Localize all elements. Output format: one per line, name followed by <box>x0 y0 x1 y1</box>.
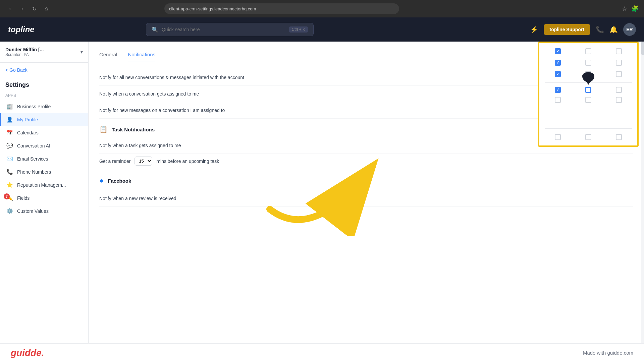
cb-5-1[interactable] <box>545 97 571 103</box>
go-back-link[interactable]: < Go Back <box>0 63 88 77</box>
spacer <box>545 106 632 126</box>
checkbox-unchecked[interactable] <box>616 87 622 93</box>
checkbox-unchecked[interactable] <box>585 134 591 140</box>
cb-3-3[interactable] <box>605 71 632 77</box>
tab-notifications[interactable]: Notifications <box>128 48 155 61</box>
main-layout: Dunder Mifflin [... Scranton, PA ▾ < Go … <box>0 42 644 343</box>
account-name: Dunder Mifflin [... <box>5 47 44 52</box>
search-icon: 🔍 <box>152 26 158 33</box>
business-profile-icon: 🏢 <box>6 103 13 110</box>
checkbox-checked[interactable] <box>555 48 561 54</box>
checkbox-unchecked[interactable] <box>585 97 591 103</box>
bookmark-icon[interactable]: ☆ <box>622 5 627 12</box>
reputation-icon: ⭐ <box>6 182 13 188</box>
checkbox-unchecked[interactable] <box>616 60 622 66</box>
lightning-icon[interactable]: ⚡ <box>530 25 538 34</box>
content-area: General Notifications Notify for all new… <box>89 42 644 343</box>
my-profile-icon: 👤 <box>6 116 13 123</box>
search-input[interactable] <box>162 27 286 32</box>
checkbox-unchecked[interactable] <box>555 97 561 103</box>
cb-4-1[interactable] <box>545 87 571 93</box>
cb-5-2[interactable] <box>575 97 602 103</box>
cb-4-2[interactable] <box>575 87 602 93</box>
checkbox-row-4-with-tooltip <box>545 85 632 94</box>
cb-4-3[interactable] <box>605 87 632 93</box>
guidde-logo: guidde. <box>11 348 44 358</box>
facebook-review-text: Notify when a new review is received <box>99 196 633 201</box>
cb-6-2[interactable] <box>575 134 602 140</box>
checkbox-checked[interactable] <box>555 87 561 93</box>
reminder-select[interactable]: 5 10 15 30 60 <box>135 157 152 166</box>
checkbox-checked[interactable] <box>555 71 561 77</box>
cb-2-1[interactable] <box>545 60 571 66</box>
facebook-icon: ● <box>99 176 104 185</box>
checkbox-checked[interactable] <box>555 60 561 66</box>
sidebar-item-calendars[interactable]: 📅 Calendars <box>0 126 88 139</box>
avatar[interactable]: ER <box>623 23 636 36</box>
sidebar-item-reputation-management[interactable]: ⭐ Reputation Managem... <box>0 178 88 191</box>
checkbox-unchecked[interactable] <box>616 48 622 54</box>
sidebar-item-phone-numbers[interactable]: 📞 Phone Numbers <box>0 165 88 178</box>
phone-numbers-icon: 📞 <box>6 169 13 175</box>
sidebar-item-custom-fields[interactable]: ✏️ Fields 7 <box>0 191 88 204</box>
search-shortcut: Ctrl + K <box>289 26 308 33</box>
footer: guidde. Made with guidde.com <box>0 343 644 362</box>
cb-2-3[interactable] <box>605 60 632 66</box>
checkbox-unchecked[interactable] <box>585 60 591 66</box>
cb-1-2[interactable] <box>575 48 602 54</box>
bell-icon[interactable]: 🔔 <box>609 25 618 34</box>
sidebar-item-label: Conversation AI <box>17 143 50 148</box>
sidebar-item-business-profile[interactable]: 🏢 Business Profile <box>0 100 88 113</box>
checkbox-unchecked[interactable] <box>616 134 622 140</box>
scrollbar-thumb[interactable] <box>641 42 644 55</box>
sidebar-item-email-services[interactable]: ✉️ Email Services <box>0 152 88 165</box>
cb-1-1[interactable] <box>545 48 571 54</box>
header-actions: ⚡ topline Support 📞 🔔 ER <box>530 23 636 36</box>
reminder-label: Get a reminder <box>99 159 130 164</box>
checkbox-unchecked[interactable] <box>616 71 622 77</box>
cb-3-1[interactable] <box>545 71 571 77</box>
reminder-row: Get a reminder 5 10 15 30 60 mins before… <box>99 154 633 168</box>
sidebar-item-label: Fields <box>17 195 30 201</box>
sidebar-item-my-profile[interactable]: 👤 My Profile <box>0 113 88 126</box>
sidebar-item-label: Calendars <box>17 130 39 135</box>
apps-section-label: Apps <box>0 91 88 100</box>
checkbox-highlighted[interactable] <box>585 87 591 93</box>
sidebar-item-label: Email Services <box>17 156 48 162</box>
tab-general[interactable]: General <box>99 48 117 61</box>
support-button[interactable]: topline Support <box>544 24 590 35</box>
app-logo: topline <box>8 25 35 34</box>
reload-button[interactable]: ↻ <box>30 4 39 13</box>
reminder-unit: mins before an upcoming task <box>156 159 219 164</box>
account-selector[interactable]: Dunder Mifflin [... Scranton, PA ▾ <box>0 42 88 63</box>
separator-2 <box>545 128 632 129</box>
cb-2-2[interactable] <box>575 60 602 66</box>
sidebar-item-conversation-ai[interactable]: 💬 Conversation AI <box>0 139 88 152</box>
browser-actions: ☆ 🧩 <box>622 5 639 12</box>
url-text: client-app-crm-settings.leadconnectorhq.… <box>169 6 256 11</box>
home-button[interactable]: ⌂ <box>42 4 51 13</box>
facebook-section: ● Facebook Notify when a new review is r… <box>99 168 633 209</box>
notification-badge: 7 <box>4 193 10 199</box>
scrollbar-track[interactable] <box>641 42 644 343</box>
overlay-panel <box>538 42 639 147</box>
cb-6-3[interactable] <box>605 134 632 140</box>
checkbox-row-2 <box>545 57 632 68</box>
extensions-icon[interactable]: 🧩 <box>631 5 639 12</box>
back-button[interactable]: ‹ <box>5 4 15 13</box>
task-icon: 📋 <box>99 125 108 133</box>
facebook-header: ● Facebook <box>99 171 633 190</box>
cb-6-1[interactable] <box>545 134 571 140</box>
checkbox-unchecked[interactable] <box>616 97 622 103</box>
cb-5-3[interactable] <box>605 97 632 103</box>
forward-button[interactable]: › <box>17 4 27 13</box>
search-bar[interactable]: 🔍 Ctrl + K <box>146 23 314 36</box>
address-bar[interactable]: client-app-crm-settings.leadconnectorhq.… <box>164 3 399 14</box>
checkbox-unchecked[interactable] <box>555 134 561 140</box>
account-info: Dunder Mifflin [... Scranton, PA <box>5 47 44 57</box>
checkbox-unchecked[interactable] <box>585 48 591 54</box>
cb-1-3[interactable] <box>605 48 632 54</box>
sidebar-item-custom-values[interactable]: ⚙️ Custom Values <box>0 204 88 218</box>
phone-icon[interactable]: 📞 <box>596 25 604 34</box>
tooltip-bubble <box>582 72 594 82</box>
